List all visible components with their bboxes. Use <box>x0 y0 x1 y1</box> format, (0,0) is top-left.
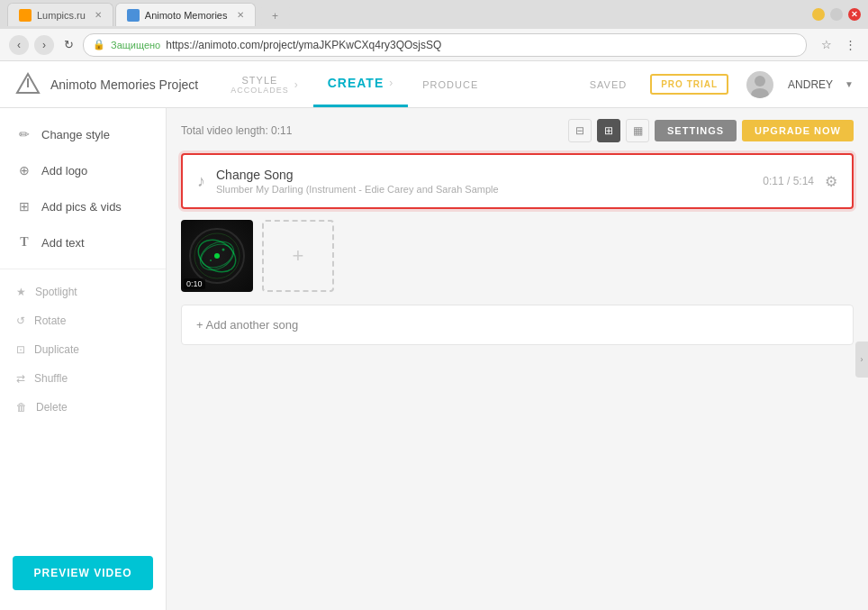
browser-menu-btn[interactable]: ⋮ <box>841 36 859 54</box>
sidebar-label-add-logo: Add logo <box>41 164 87 178</box>
tab-animoto[interactable]: Animoto Memories ✕ <box>115 3 256 26</box>
svg-point-2 <box>755 76 765 86</box>
sidebar-item-add-logo[interactable]: ⊕ Add logo <box>0 153 166 187</box>
browser-tabs: Lumpics.ru ✕ Animoto Memories ✕ + <box>7 3 809 26</box>
right-panel-area: Total video length: 0:11 ⊟ ⊞ ▦ SETTINGS … <box>167 108 868 610</box>
song-duration: 0:11 / 5:14 <box>763 175 814 187</box>
nav-step-create[interactable]: CREATE › <box>313 61 409 107</box>
style-sub: Accolades <box>231 86 289 95</box>
add-logo-icon: ⊕ <box>16 162 32 178</box>
nav-saved-label: SAVED <box>590 79 627 90</box>
grid-view-medium-btn[interactable]: ⊞ <box>597 119 620 142</box>
style-label: STYLE <box>231 75 289 86</box>
nav-chevron-2: › <box>389 77 393 89</box>
sidebar-item-change-style[interactable]: ✏ Change style <box>0 117 166 151</box>
add-text-icon: T <box>16 234 32 250</box>
tab-close-lumpics[interactable]: ✕ <box>95 10 102 20</box>
browser-controls: ‹ › ↻ 🔒 Защищено https://animoto.com/pro… <box>0 29 868 61</box>
address-bar[interactable]: 🔒 Защищено https://animoto.com/project/y… <box>83 33 807 57</box>
lock-label: Защищено <box>111 40 160 50</box>
app-nav: STYLE Accolades › CREATE › PRODUCE SAVED… <box>216 61 854 107</box>
browser-actions: ☆ ⋮ <box>818 36 859 54</box>
app-title: Animoto Memories Project <box>50 77 198 92</box>
nav-step-produce[interactable]: PRODUCE <box>408 61 493 107</box>
browser-titlebar: Lumpics.ru ✕ Animoto Memories ✕ + ✕ <box>0 0 868 29</box>
main-layout: ✏ Change style ⊕ Add logo ⊞ Add pics & v… <box>0 108 868 610</box>
add-pics-icon: ⊞ <box>16 198 32 214</box>
add-song-label: + Add another song <box>196 318 298 332</box>
song-card: ♪ Change Song Slumber My Darling (Instru… <box>181 153 854 209</box>
view-controls: ⊟ ⊞ ▦ SETTINGS UPGRADE NOW <box>568 119 854 142</box>
app-logo: Animoto Memories Project <box>14 71 198 98</box>
sidebar-action-duplicate[interactable]: ⊡ Duplicate <box>0 336 166 363</box>
back-button[interactable]: ‹ <box>9 35 29 55</box>
media-thumb-1[interactable]: 0:10 <box>181 220 253 292</box>
collapse-panel-btn[interactable]: › <box>855 341 868 378</box>
user-name: ANDREY <box>788 78 833 91</box>
svg-point-10 <box>222 249 225 251</box>
sidebar-item-add-text[interactable]: T Add text <box>0 225 166 259</box>
video-length-label: Total video length: 0:11 <box>181 124 292 137</box>
tab-label-animoto: Animoto Memories <box>145 10 228 21</box>
add-song-row[interactable]: + Add another song <box>181 305 854 345</box>
media-duration: 0:10 <box>184 278 205 289</box>
main-content: Total video length: 0:11 ⊟ ⊞ ▦ SETTINGS … <box>167 108 868 610</box>
sidebar-action-shuffle[interactable]: ⇄ Shuffle <box>0 365 166 392</box>
user-avatar <box>746 71 773 98</box>
preview-video-button[interactable]: PREVIEW VIDEO <box>13 556 153 590</box>
maximize-btn[interactable] <box>830 8 843 21</box>
sidebar-action-label-duplicate: Duplicate <box>34 343 79 356</box>
pro-trial-button[interactable]: PRO TRIAL <box>650 74 728 95</box>
close-btn[interactable]: ✕ <box>848 8 861 21</box>
sidebar-action-spotlight[interactable]: ★ Spotlight <box>0 278 166 305</box>
sidebar-label-add-text: Add text <box>41 236 85 250</box>
tab-lumpics[interactable]: Lumpics.ru ✕ <box>7 3 113 26</box>
settings-button[interactable]: SETTINGS <box>655 120 737 141</box>
logo-icon <box>14 71 41 98</box>
duplicate-icon: ⊡ <box>16 343 25 356</box>
svg-point-11 <box>210 259 212 261</box>
sidebar-action-label-delete: Delete <box>36 401 68 414</box>
song-subtitle: Slumber My Darling (Instrument - Edie Ca… <box>216 184 752 195</box>
forward-button[interactable]: › <box>34 35 54 55</box>
sidebar-item-add-pics[interactable]: ⊞ Add pics & vids <box>0 189 166 223</box>
grid-view-small-btn[interactable]: ⊟ <box>568 119 592 142</box>
nav-create-label: CREATE <box>328 76 384 90</box>
rotate-icon: ↺ <box>16 314 25 327</box>
media-add-button[interactable]: + <box>262 220 334 292</box>
sidebar-label-change-style: Change style <box>41 128 110 141</box>
nav-style-label: STYLE Accolades <box>231 75 289 95</box>
shuffle-icon: ⇄ <box>16 372 25 385</box>
sidebar-action-label-rotate: Rotate <box>34 314 66 327</box>
browser-window: Lumpics.ru ✕ Animoto Memories ✕ + ✕ ‹ › … <box>0 0 868 610</box>
refresh-button[interactable]: ↻ <box>59 36 77 54</box>
address-url: https://animoto.com/project/ymaJKPKwCXq4… <box>166 39 441 51</box>
user-chevron[interactable]: ▼ <box>845 79 854 89</box>
lock-icon: 🔒 <box>93 39 105 50</box>
bookmark-star-btn[interactable]: ☆ <box>818 36 836 54</box>
media-grid: 0:10 + <box>181 220 854 292</box>
pencil-icon: ✏ <box>16 126 32 142</box>
new-tab-btn[interactable]: + <box>261 6 290 26</box>
svg-point-9 <box>214 253 220 259</box>
song-gear-icon[interactable]: ⚙ <box>825 173 837 190</box>
music-note-icon: ♪ <box>197 172 205 191</box>
sidebar-label-add-pics: Add pics & vids <box>41 200 122 214</box>
tab-favicon-lumpics <box>19 9 32 22</box>
upgrade-button[interactable]: UPGRADE NOW <box>742 120 854 141</box>
nav-step-style[interactable]: STYLE Accolades › <box>216 61 313 107</box>
tab-close-animoto[interactable]: ✕ <box>237 10 244 20</box>
nav-produce-label: PRODUCE <box>422 79 478 90</box>
song-title[interactable]: Change Song <box>216 168 752 182</box>
sidebar-action-delete[interactable]: 🗑 Delete <box>0 394 166 421</box>
svg-point-3 <box>751 88 769 98</box>
sidebar: ✏ Change style ⊕ Add logo ⊞ Add pics & v… <box>0 108 167 610</box>
minimize-btn[interactable] <box>812 8 825 21</box>
nav-chevron-1: › <box>294 78 299 91</box>
collapse-icon: › <box>861 355 863 364</box>
sidebar-divider <box>0 269 166 269</box>
grid-view-large-btn[interactable]: ▦ <box>626 119 649 142</box>
sidebar-action-label-spotlight: Spotlight <box>35 286 77 298</box>
delete-icon: 🗑 <box>16 401 27 414</box>
sidebar-action-rotate[interactable]: ↺ Rotate <box>0 307 166 334</box>
